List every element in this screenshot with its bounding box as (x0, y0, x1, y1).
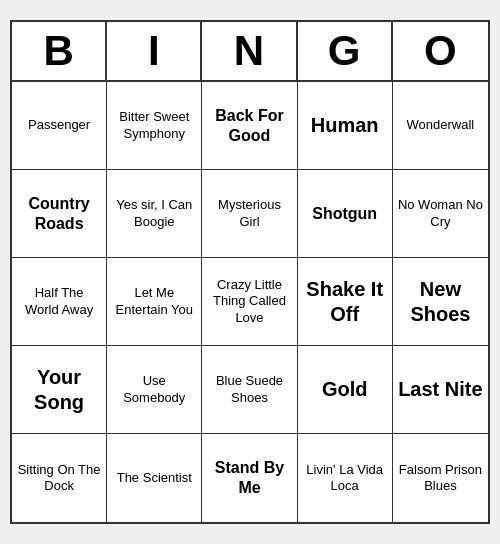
bingo-cell-3: Human (298, 82, 393, 170)
bingo-letter-o: O (393, 22, 488, 80)
bingo-cell-13: Shake It Off (298, 258, 393, 346)
bingo-cell-6: Yes sir, I Can Boogie (107, 170, 202, 258)
bingo-card: BINGO PassengerBitter Sweet SymphonyBack… (10, 20, 490, 524)
bingo-cell-18: Gold (298, 346, 393, 434)
bingo-cell-7: Mysterious Girl (202, 170, 297, 258)
bingo-header: BINGO (12, 22, 488, 82)
bingo-cell-15: Your Song (12, 346, 107, 434)
bingo-cell-20: Sitting On The Dock (12, 434, 107, 522)
bingo-cell-14: New Shoes (393, 258, 488, 346)
bingo-cell-12: Crazy Little Thing Called Love (202, 258, 297, 346)
bingo-cell-2: Back For Good (202, 82, 297, 170)
bingo-letter-n: N (202, 22, 297, 80)
bingo-cell-4: Wonderwall (393, 82, 488, 170)
bingo-cell-10: Half The World Away (12, 258, 107, 346)
bingo-grid: PassengerBitter Sweet SymphonyBack For G… (12, 82, 488, 522)
bingo-cell-16: Use Somebody (107, 346, 202, 434)
bingo-cell-24: Falsom Prison Blues (393, 434, 488, 522)
bingo-cell-19: Last Nite (393, 346, 488, 434)
bingo-cell-1: Bitter Sweet Symphony (107, 82, 202, 170)
bingo-cell-11: Let Me Entertain You (107, 258, 202, 346)
bingo-letter-i: I (107, 22, 202, 80)
bingo-cell-22: Stand By Me (202, 434, 297, 522)
bingo-cell-8: Shotgun (298, 170, 393, 258)
bingo-letter-b: B (12, 22, 107, 80)
bingo-cell-9: No Woman No Cry (393, 170, 488, 258)
bingo-cell-21: The Scientist (107, 434, 202, 522)
bingo-cell-5: Country Roads (12, 170, 107, 258)
bingo-cell-17: Blue Suede Shoes (202, 346, 297, 434)
bingo-letter-g: G (298, 22, 393, 80)
bingo-cell-0: Passenger (12, 82, 107, 170)
bingo-cell-23: Livin' La Vida Loca (298, 434, 393, 522)
